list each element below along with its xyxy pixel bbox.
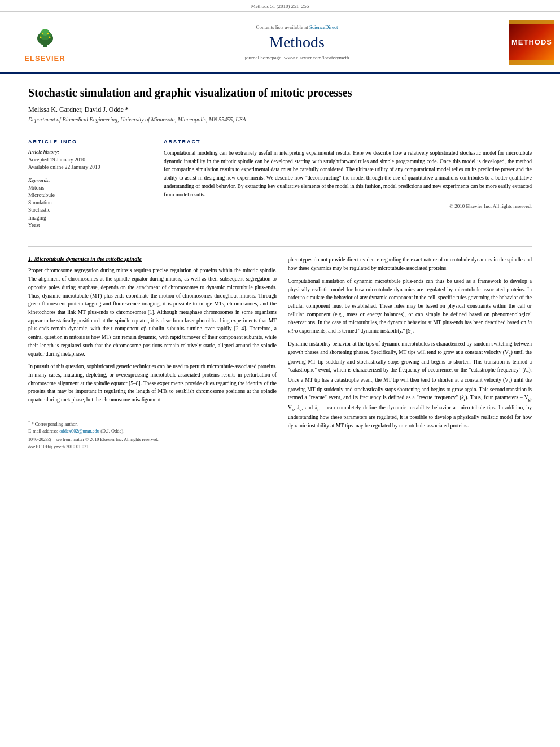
body-left-column: 1. Microtubule dynamics in the mitotic s…	[28, 256, 277, 449]
email-label: E-mail address:	[28, 428, 59, 434]
sciencedirect-line: Contents lists available at ScienceDirec…	[256, 24, 338, 30]
article-available-online: Available online 22 January 2010	[28, 164, 143, 171]
journal-title: Methods	[269, 33, 325, 51]
abstract-label: ABSTRACT	[164, 139, 532, 145]
elsevier-wordmark: ELSEVIER	[24, 54, 65, 63]
svg-text:METHODS: METHODS	[511, 38, 552, 46]
keywords-label: Keywords:	[28, 177, 143, 183]
article-keywords: Keywords: Mitosis Microtubule Simulation…	[28, 177, 143, 230]
footnote-section: * * Corresponding author. E-mail address…	[28, 416, 277, 449]
methods-badge: METHODS	[509, 20, 554, 65]
journal-homepage: journal homepage: www.elsevier.com/locat…	[245, 55, 349, 60]
section1-para1: Proper chromosome segregation during mit…	[28, 267, 277, 358]
svg-point-4	[40, 37, 41, 38]
abstract-panel: ABSTRACT Computational modeling can be e…	[164, 139, 532, 235]
journal-header: ELSEVIER Contents lists available at Sci…	[0, 12, 560, 74]
journal-title-section: Contents lists available at ScienceDirec…	[90, 12, 504, 72]
keyword-1: Mitosis	[28, 185, 143, 192]
article-info-panel: ARTICLE INFO Article history: Accepted 1…	[28, 139, 152, 235]
keyword-3: Simulation	[28, 199, 143, 207]
doi-line: doi:10.1016/j.ymeth.2010.01.021	[28, 444, 277, 449]
issn-line: 1046-2023/$ – see front matter © 2010 El…	[28, 437, 277, 442]
authors-text: Melissa K. Gardner, David J. Odde *	[28, 106, 129, 113]
journal-metadata-bar: Methods 51 (2010) 251–256	[0, 0, 560, 12]
elsevier-logo-section: ELSEVIER	[0, 12, 90, 72]
elsevier-tree-image	[20, 22, 71, 53]
methods-badge-svg: METHODS	[509, 20, 554, 65]
section1-para2: In pursuit of this question, sophisticat…	[28, 362, 277, 404]
keyword-4: Stochastic	[28, 207, 143, 214]
copyright: © 2010 Elsevier Inc. All rights reserved…	[164, 203, 532, 209]
abstract-text: Computational modeling can be extremely …	[164, 149, 532, 199]
journal-citation: Methods 51 (2010) 251–256	[251, 3, 309, 9]
svg-rect-9	[509, 20, 554, 24]
svg-point-5	[49, 37, 50, 38]
article-history-label: Article history:	[28, 149, 143, 155]
section1-right-para1: phenotypes do not provide direct evidenc…	[288, 256, 532, 272]
sciencedirect-prefix: Contents lists available at	[256, 24, 309, 30]
svg-rect-10	[509, 60, 554, 65]
footnote-email-link[interactable]: oddex002@umn.edu	[59, 428, 99, 434]
article-info-abstract-section: ARTICLE INFO Article history: Accepted 1…	[28, 132, 532, 235]
article-title: Stochastic simulation and graphic visual…	[28, 85, 532, 100]
article-authors: Melissa K. Gardner, David J. Odde *	[28, 106, 532, 114]
section1-right-para3: Dynamic instability behavior at the tips…	[288, 340, 532, 430]
sciencedirect-link[interactable]: ScienceDirect	[309, 24, 338, 30]
article-history: Article history: Accepted 19 January 201…	[28, 149, 143, 172]
svg-point-7	[47, 33, 48, 34]
footnote-corresponding: * * Corresponding author.	[28, 420, 277, 428]
keyword-5: Imaging	[28, 215, 143, 222]
paper-content: Stochastic simulation and graphic visual…	[0, 74, 560, 461]
body-columns: 1. Microtubule dynamics in the mitotic s…	[28, 246, 532, 449]
methods-badge-section: METHODS	[504, 12, 560, 72]
footnote-email: E-mail address: oddex002@umn.edu (D.J. O…	[28, 427, 277, 435]
keyword-2: Microtubule	[28, 192, 143, 199]
article-info-label: ARTICLE INFO	[28, 139, 143, 145]
section1-right-para2: Computational simulation of dynamic micr…	[288, 277, 532, 335]
article-affiliation: Department of Biomedical Engineering, Un…	[28, 116, 532, 123]
elsevier-tree-svg	[28, 26, 62, 49]
svg-point-3	[41, 29, 49, 36]
body-right-column: phenotypes do not provide direct evidenc…	[288, 256, 532, 449]
svg-point-6	[41, 33, 42, 34]
footnote-name: (D.J. Odde).	[100, 428, 124, 434]
section1-heading: 1. Microtubule dynamics in the mitotic s…	[28, 256, 277, 262]
keyword-6: Yeast	[28, 222, 143, 229]
article-accepted: Accepted 19 January 2010	[28, 156, 143, 164]
elsevier-logo: ELSEVIER	[20, 22, 71, 63]
